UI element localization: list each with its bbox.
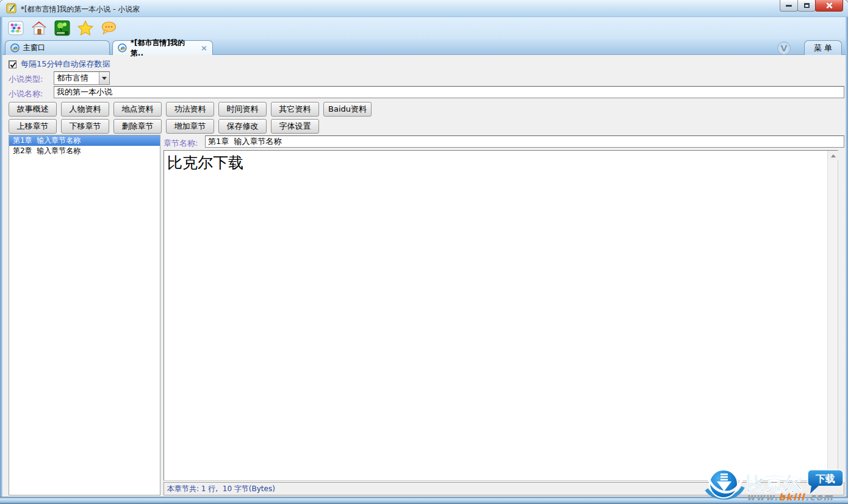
tab-bar: e 主窗口 e *[都市言情]我的第.. × V 菜 单 (2, 39, 846, 55)
minimize-button[interactable] (780, 0, 798, 12)
editor-text[interactable]: 比克尔下载 (167, 153, 824, 173)
close-icon (825, 2, 833, 9)
move-chapter-down-button[interactable]: 下移章节 (61, 119, 109, 134)
content-area: 每隔15分钟自动保存数据 小说类型: 都市言情 小说名称: 故事概述 人物资料 … (2, 55, 846, 497)
window-controls (780, 0, 843, 12)
url-text: www.bkill.com (747, 492, 833, 502)
tab-novel-document[interactable]: e *[都市言情]我的第.. × (112, 40, 213, 55)
window-border-left (0, 17, 2, 504)
star-favorite-icon[interactable] (77, 20, 93, 37)
download-badge: 下载 (808, 470, 843, 494)
chapter-editor: 比克尔下载 (163, 150, 838, 481)
tab-label: *[都市言情]我的第.. (131, 38, 197, 59)
other-info-button[interactable]: 其它资料 (271, 102, 319, 117)
novel-type-dropdown[interactable]: 都市言情 (54, 71, 110, 85)
triangle-up-icon (831, 154, 836, 157)
window-border-right (846, 17, 848, 504)
baidu-info-button[interactable]: Baidu资料 (323, 102, 372, 117)
chapter-name-input[interactable] (205, 135, 844, 148)
location-info-button[interactable]: 地点资料 (113, 102, 162, 117)
chapter-list-item[interactable]: 第2章 输入章节名称 (9, 146, 160, 156)
app-window: *[都市言情]我的第一本小说 - 小说家 (0, 0, 848, 504)
bkill-watermark-logo: 比克尔 下载 www.bkill.com (704, 466, 847, 502)
notepad-pen-icon (6, 3, 16, 13)
add-chapter-button[interactable]: 增加章节 (166, 119, 214, 134)
novel-type-value: 都市言情 (54, 73, 99, 84)
home-icon[interactable] (31, 20, 47, 37)
tab-dropdown-button[interactable]: V (777, 41, 791, 55)
autosave-row: 每隔15分钟自动保存数据 (9, 59, 110, 70)
chapter-list: 第1章 输入章节名称 第2章 输入章节名称 (9, 135, 160, 495)
tab-label: 主窗口 (23, 43, 45, 53)
info-button-row: 故事概述 人物资料 地点资料 功法资料 时间资料 其它资料 Baidu资料 (9, 102, 372, 117)
abacus-icon[interactable] (7, 20, 24, 37)
time-info-button[interactable]: 时间资料 (218, 102, 267, 117)
story-summary-button[interactable]: 故事概述 (9, 102, 57, 117)
font-settings-button[interactable]: 字体设置 (271, 119, 319, 134)
ie-icon: e (10, 43, 20, 52)
comment-bubble-icon[interactable] (100, 20, 117, 37)
badge-text: 下载 (815, 473, 835, 484)
editor-scrollbar[interactable] (827, 151, 838, 480)
novel-type-label: 小说类型: (9, 74, 43, 85)
novel-name-label: 小说名称: (9, 88, 43, 99)
save-changes-button[interactable]: 保存修改 (218, 119, 267, 134)
title-bar[interactable]: *[都市言情]我的第一本小说 - 小说家 (0, 0, 848, 17)
ie-icon: e (118, 43, 127, 52)
skill-info-button[interactable]: 功法资料 (166, 102, 214, 117)
chapter-button-row: 上移章节 下移章节 删除章节 增加章节 保存修改 字体设置 (9, 119, 319, 134)
scroll-up-button[interactable] (828, 151, 838, 160)
brand-text: 比克尔 (746, 472, 802, 494)
main-toolbar (2, 17, 846, 39)
minimize-icon (786, 5, 792, 7)
maximize-button[interactable] (797, 0, 816, 12)
autosave-label: 每隔15分钟自动保存数据 (21, 59, 110, 70)
autosave-checkbox[interactable] (9, 60, 16, 68)
dropdown-arrow-button[interactable] (99, 72, 109, 84)
delete-chapter-button[interactable]: 删除章节 (113, 119, 162, 134)
menu-tab[interactable]: 菜 单 (804, 40, 842, 55)
character-info-button[interactable]: 人物资料 (61, 102, 109, 117)
chevron-down-icon (102, 77, 107, 80)
check-icon (10, 62, 16, 68)
close-button[interactable] (815, 0, 843, 12)
window-title: *[都市言情]我的第一本小说 - 小说家 (21, 4, 140, 15)
tree-game-icon[interactable] (54, 20, 70, 37)
move-chapter-up-button[interactable]: 上移章节 (9, 119, 57, 134)
chapter-name-label: 章节名称: (163, 138, 198, 149)
tab-close-icon[interactable]: × (201, 43, 207, 52)
novel-name-input[interactable] (54, 86, 844, 98)
maximize-icon (804, 3, 810, 8)
chapter-list-item[interactable]: 第1章 输入章节名称 (9, 135, 160, 146)
tab-main-window[interactable]: e 主窗口 (5, 40, 110, 55)
